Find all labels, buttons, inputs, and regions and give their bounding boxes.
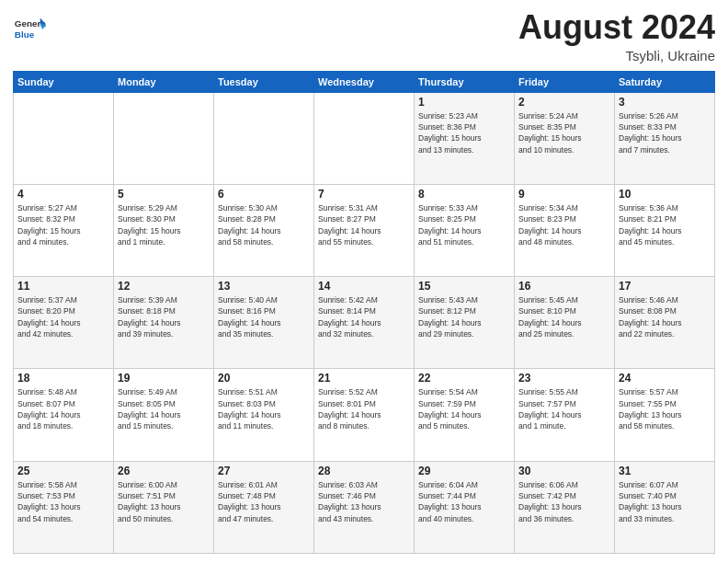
day-number: 7 <box>318 188 410 201</box>
day-info: Sunrise: 6:01 AM Sunset: 7:48 PM Dayligh… <box>218 479 310 524</box>
table-cell: 28Sunrise: 6:03 AM Sunset: 7:46 PM Dayli… <box>314 461 415 553</box>
header-row: Sunday Monday Tuesday Wednesday Thursday… <box>14 71 715 92</box>
table-cell: 7Sunrise: 5:31 AM Sunset: 8:27 PM Daylig… <box>314 184 415 276</box>
day-info: Sunrise: 5:39 AM Sunset: 8:18 PM Dayligh… <box>118 294 210 339</box>
table-cell: 6Sunrise: 5:30 AM Sunset: 8:28 PM Daylig… <box>214 184 314 276</box>
day-number: 10 <box>619 188 711 201</box>
day-number: 21 <box>318 372 410 385</box>
header: General Blue August 2024 Tsybli, Ukraine <box>13 9 715 63</box>
table-cell: 25Sunrise: 5:58 AM Sunset: 7:53 PM Dayli… <box>14 461 114 553</box>
col-saturday: Saturday <box>615 71 715 92</box>
day-number: 22 <box>418 372 510 385</box>
main-title: August 2024 <box>518 9 715 46</box>
col-thursday: Thursday <box>415 71 515 92</box>
table-cell: 16Sunrise: 5:45 AM Sunset: 8:10 PM Dayli… <box>515 277 615 369</box>
day-info: Sunrise: 5:54 AM Sunset: 7:59 PM Dayligh… <box>418 386 510 431</box>
col-tuesday: Tuesday <box>214 71 314 92</box>
day-info: Sunrise: 5:33 AM Sunset: 8:25 PM Dayligh… <box>418 202 510 247</box>
table-cell: 15Sunrise: 5:43 AM Sunset: 8:12 PM Dayli… <box>415 277 515 369</box>
day-info: Sunrise: 5:58 AM Sunset: 7:53 PM Dayligh… <box>17 479 109 524</box>
table-cell: 5Sunrise: 5:29 AM Sunset: 8:30 PM Daylig… <box>114 184 214 276</box>
table-cell: 22Sunrise: 5:54 AM Sunset: 7:59 PM Dayli… <box>415 369 515 461</box>
day-number: 26 <box>118 465 210 477</box>
day-info: Sunrise: 5:30 AM Sunset: 8:28 PM Dayligh… <box>218 202 310 247</box>
table-cell: 23Sunrise: 5:55 AM Sunset: 7:57 PM Dayli… <box>515 369 615 461</box>
day-info: Sunrise: 5:51 AM Sunset: 8:03 PM Dayligh… <box>218 386 310 431</box>
week-row-1: 4Sunrise: 5:27 AM Sunset: 8:32 PM Daylig… <box>14 184 715 276</box>
day-info: Sunrise: 5:26 AM Sunset: 8:33 PM Dayligh… <box>619 110 711 155</box>
week-row-3: 18Sunrise: 5:48 AM Sunset: 8:07 PM Dayli… <box>14 369 715 461</box>
day-info: Sunrise: 5:46 AM Sunset: 8:08 PM Dayligh… <box>619 294 711 339</box>
table-cell: 19Sunrise: 5:49 AM Sunset: 8:05 PM Dayli… <box>114 369 214 461</box>
calendar-table: Sunday Monday Tuesday Wednesday Thursday… <box>13 71 715 554</box>
day-number: 9 <box>518 188 610 201</box>
day-number: 28 <box>318 465 410 477</box>
col-sunday: Sunday <box>14 71 114 92</box>
table-cell: 2Sunrise: 5:24 AM Sunset: 8:35 PM Daylig… <box>515 92 615 184</box>
table-cell: 31Sunrise: 6:07 AM Sunset: 7:40 PM Dayli… <box>615 461 715 553</box>
day-number: 13 <box>218 280 310 293</box>
table-cell: 20Sunrise: 5:51 AM Sunset: 8:03 PM Dayli… <box>214 369 314 461</box>
day-number: 19 <box>118 372 210 385</box>
table-cell: 3Sunrise: 5:26 AM Sunset: 8:33 PM Daylig… <box>615 92 715 184</box>
day-info: Sunrise: 5:27 AM Sunset: 8:32 PM Dayligh… <box>17 202 109 247</box>
day-number: 16 <box>518 280 610 293</box>
col-wednesday: Wednesday <box>314 71 415 92</box>
table-cell: 26Sunrise: 6:00 AM Sunset: 7:51 PM Dayli… <box>114 461 214 553</box>
day-number: 12 <box>118 280 210 293</box>
table-cell: 4Sunrise: 5:27 AM Sunset: 8:32 PM Daylig… <box>14 184 114 276</box>
col-friday: Friday <box>515 71 615 92</box>
day-info: Sunrise: 6:07 AM Sunset: 7:40 PM Dayligh… <box>619 479 711 524</box>
day-info: Sunrise: 5:43 AM Sunset: 8:12 PM Dayligh… <box>418 294 510 339</box>
table-cell <box>314 92 415 184</box>
table-cell: 14Sunrise: 5:42 AM Sunset: 8:14 PM Dayli… <box>314 277 415 369</box>
svg-text:Blue: Blue <box>15 29 35 40</box>
col-monday: Monday <box>114 71 214 92</box>
day-info: Sunrise: 5:34 AM Sunset: 8:23 PM Dayligh… <box>518 202 610 247</box>
day-number: 27 <box>218 465 310 477</box>
day-info: Sunrise: 5:31 AM Sunset: 8:27 PM Dayligh… <box>318 202 410 247</box>
week-row-4: 25Sunrise: 5:58 AM Sunset: 7:53 PM Dayli… <box>14 461 715 553</box>
day-number: 17 <box>619 280 711 293</box>
day-info: Sunrise: 5:52 AM Sunset: 8:01 PM Dayligh… <box>318 386 410 431</box>
table-cell: 24Sunrise: 5:57 AM Sunset: 7:55 PM Dayli… <box>615 369 715 461</box>
table-cell: 8Sunrise: 5:33 AM Sunset: 8:25 PM Daylig… <box>415 184 515 276</box>
day-number: 2 <box>518 96 610 109</box>
day-number: 24 <box>619 372 711 385</box>
day-info: Sunrise: 5:36 AM Sunset: 8:21 PM Dayligh… <box>619 202 711 247</box>
day-info: Sunrise: 5:49 AM Sunset: 8:05 PM Dayligh… <box>118 386 210 431</box>
table-cell: 12Sunrise: 5:39 AM Sunset: 8:18 PM Dayli… <box>114 277 214 369</box>
title-block: August 2024 Tsybli, Ukraine <box>518 9 715 63</box>
table-cell <box>114 92 214 184</box>
day-info: Sunrise: 5:55 AM Sunset: 7:57 PM Dayligh… <box>518 386 610 431</box>
table-cell: 11Sunrise: 5:37 AM Sunset: 8:20 PM Dayli… <box>14 277 114 369</box>
day-number: 23 <box>518 372 610 385</box>
day-number: 1 <box>418 96 510 109</box>
day-info: Sunrise: 5:57 AM Sunset: 7:55 PM Dayligh… <box>619 386 711 431</box>
day-number: 6 <box>218 188 310 201</box>
day-info: Sunrise: 6:06 AM Sunset: 7:42 PM Dayligh… <box>518 479 610 524</box>
day-info: Sunrise: 6:00 AM Sunset: 7:51 PM Dayligh… <box>118 479 210 524</box>
table-cell: 21Sunrise: 5:52 AM Sunset: 8:01 PM Dayli… <box>314 369 415 461</box>
table-cell <box>214 92 314 184</box>
day-info: Sunrise: 5:40 AM Sunset: 8:16 PM Dayligh… <box>218 294 310 339</box>
day-number: 29 <box>418 465 510 477</box>
day-number: 14 <box>318 280 410 293</box>
day-info: Sunrise: 5:23 AM Sunset: 8:36 PM Dayligh… <box>418 110 510 155</box>
day-info: Sunrise: 6:03 AM Sunset: 7:46 PM Dayligh… <box>318 479 410 524</box>
day-number: 20 <box>218 372 310 385</box>
table-cell: 18Sunrise: 5:48 AM Sunset: 8:07 PM Dayli… <box>14 369 114 461</box>
day-number: 18 <box>17 372 109 385</box>
table-cell: 30Sunrise: 6:06 AM Sunset: 7:42 PM Dayli… <box>515 461 615 553</box>
day-number: 3 <box>619 96 711 109</box>
logo-icon: General Blue <box>13 13 46 46</box>
day-number: 11 <box>17 280 109 293</box>
table-cell: 13Sunrise: 5:40 AM Sunset: 8:16 PM Dayli… <box>214 277 314 369</box>
day-info: Sunrise: 6:04 AM Sunset: 7:44 PM Dayligh… <box>418 479 510 524</box>
table-cell: 27Sunrise: 6:01 AM Sunset: 7:48 PM Dayli… <box>214 461 314 553</box>
table-cell: 10Sunrise: 5:36 AM Sunset: 8:21 PM Dayli… <box>615 184 715 276</box>
day-number: 15 <box>418 280 510 293</box>
calendar-body: 1Sunrise: 5:23 AM Sunset: 8:36 PM Daylig… <box>14 92 715 553</box>
logo: General Blue <box>13 13 46 46</box>
day-info: Sunrise: 5:45 AM Sunset: 8:10 PM Dayligh… <box>518 294 610 339</box>
